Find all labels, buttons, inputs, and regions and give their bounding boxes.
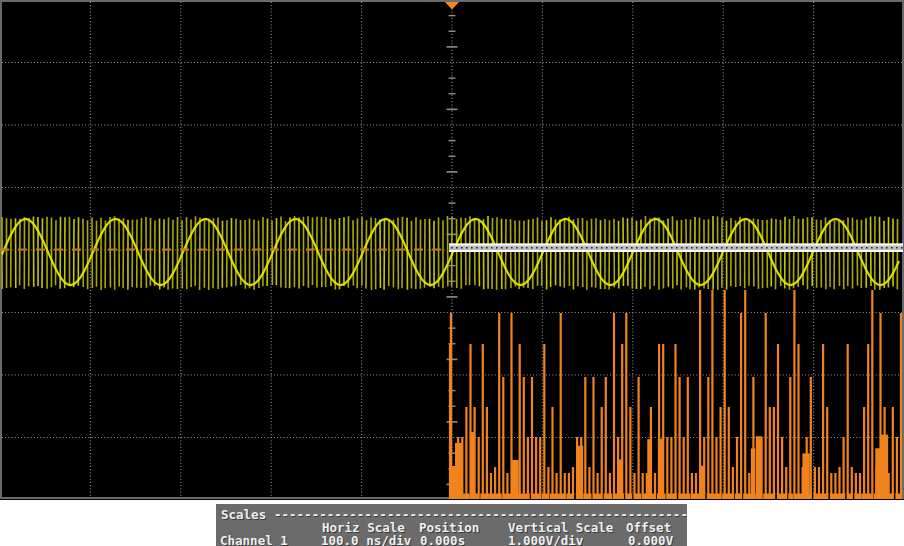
scales-panel-title-row: Scales ---------------------------------… [216,507,687,520]
channel-vertical-scale-value: 1.000V/div [508,533,583,546]
channel2-burst-trace [449,290,902,499]
scales-header-row: Horiz Scale Position Vertical Scale Offs… [216,520,687,533]
channel1-waveform-trace [2,216,899,290]
oscilloscope-screen [0,0,904,500]
channel-horiz-scale-value: 100.0 ns/div [321,533,411,546]
channel1-scales-row: Channel 1 100.0 ns/div 0.000s 1.000V/div… [216,533,687,546]
scope-display-area [0,0,904,500]
scales-panel: Scales ---------------------------------… [216,504,687,546]
channel-offset-value: 0.000V [628,533,673,546]
reference-bar [449,244,903,253]
channel-name: Channel 1 [220,533,288,546]
trigger-position-icon[interactable] [445,2,459,10]
channel-position-value: 0.000s [420,533,465,546]
